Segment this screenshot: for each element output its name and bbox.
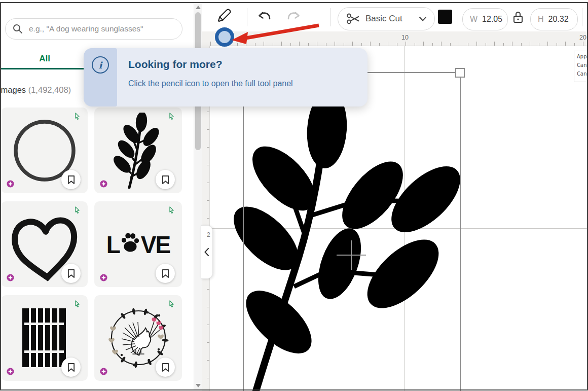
bookmark-button[interactable]: [61, 358, 81, 377]
bookmark-icon: [162, 363, 169, 372]
love-artwork: L VE: [106, 230, 170, 258]
canvas-leaf-branch-image[interactable]: [228, 89, 466, 391]
ruler-tick: [476, 42, 477, 46]
free-cursor-icon: [74, 113, 81, 120]
bookmark-button[interactable]: [61, 170, 81, 189]
image-search-box[interactable]: [5, 18, 182, 40]
cricut-access-icon: [99, 180, 108, 188]
height-field[interactable]: H: [530, 8, 578, 30]
free-cursor-icon: [168, 206, 175, 214]
ruler-tick: [344, 43, 344, 46]
bookmark-icon: [162, 175, 169, 185]
tab-all-underline: [1, 68, 85, 69]
width-input[interactable]: [482, 15, 505, 24]
ruler-tick: [207, 325, 209, 325]
ruler-tick: [335, 42, 335, 46]
image-tile-circle[interactable]: [1, 108, 88, 193]
ruler-tick: [441, 42, 442, 46]
tooltip-title: Looking for more?: [128, 58, 223, 70]
ruler-tick: [459, 42, 459, 46]
operation-label: Basic Cut: [365, 14, 419, 24]
free-cursor-icon: [168, 300, 175, 308]
ruler-tick: [207, 218, 209, 219]
height-label: H: [538, 15, 544, 24]
bookmark-button[interactable]: [156, 264, 175, 283]
free-cursor-icon: [74, 206, 81, 214]
ruler-label-10: 10: [401, 34, 409, 41]
color-swatch[interactable]: [438, 10, 452, 24]
cricut-access-icon: [6, 180, 15, 188]
context-item[interactable]: App: [577, 52, 588, 61]
pallet-artwork: [20, 307, 68, 369]
search-input[interactable]: [28, 24, 182, 34]
selection-right-edge: [460, 72, 461, 391]
image-tile-leaf-branch[interactable]: [94, 108, 182, 193]
ruler-tick: [207, 200, 209, 201]
ruler-label-2: 2: [207, 231, 210, 238]
ruler-tick: [494, 42, 495, 46]
ruler-tick: [388, 42, 388, 46]
ruler-tick: [207, 342, 209, 343]
cricut-access-icon: [99, 273, 108, 282]
lock-ratio-button[interactable]: [512, 10, 525, 24]
scroll-down-icon[interactable]: [196, 384, 201, 387]
ruler-tick: [565, 42, 566, 46]
image-tile-pallet[interactable]: [1, 295, 88, 381]
bookmark-icon: [67, 363, 75, 372]
ruler-tick: [326, 43, 326, 46]
free-cursor-icon: [168, 113, 175, 120]
ruler-tick: [512, 42, 512, 46]
ruler-tick: [583, 42, 583, 46]
chevron-down-icon: [419, 17, 426, 21]
ruler-tick: [406, 42, 406, 46]
ruler-tick: [574, 43, 575, 46]
image-tile-hedgehog-wreath[interactable]: [94, 295, 182, 381]
selection-handle[interactable]: [455, 68, 465, 78]
height-input[interactable]: [548, 15, 572, 24]
image-tile-heart[interactable]: [1, 201, 88, 287]
results-count: Images (1,492,408): [0, 85, 71, 95]
operation-select[interactable]: Basic Cut: [338, 7, 435, 30]
ruler-tick: [539, 43, 539, 46]
bookmark-button[interactable]: [156, 170, 175, 189]
scissors-icon: [346, 12, 360, 25]
ruler-tick: [207, 307, 209, 307]
cricut-access-icon: [6, 367, 15, 376]
context-item[interactable]: Can: [577, 61, 588, 69]
ruler-tick: [207, 289, 209, 290]
window-border-bottom: [0, 389, 588, 390]
red-arrow-annotation: [231, 19, 324, 47]
context-menu-clipped[interactable]: App Can Can: [574, 51, 588, 82]
tab-all[interactable]: All: [27, 54, 62, 64]
bookmark-button[interactable]: [61, 264, 81, 283]
ruler-tick: [521, 43, 522, 46]
ruler-tick: [530, 42, 530, 46]
ruler-tick: [207, 360, 209, 361]
looking-for-more-tooltip: i Looking for more? Click the pencil ico…: [84, 48, 368, 106]
window-border-left: [0, 2, 1, 390]
bookmark-button[interactable]: [156, 358, 175, 377]
ruler-tick: [503, 43, 504, 46]
ruler-tick: [207, 129, 209, 130]
ruler-tick: [210, 42, 211, 46]
search-icon: [13, 24, 23, 34]
ruler-tick: [370, 42, 371, 46]
free-cursor-icon: [74, 300, 81, 308]
ruler-tick: [207, 183, 209, 183]
cricut-access-icon: [99, 367, 108, 376]
ruler-tick: [207, 147, 209, 148]
ruler-tick: [557, 43, 557, 46]
ruler-tick: [361, 43, 362, 46]
width-label: W: [470, 15, 477, 24]
scroll-up-icon[interactable]: [196, 6, 201, 9]
image-tile-love-paw[interactable]: L VE: [94, 201, 182, 287]
bookmark-icon: [162, 269, 169, 278]
context-item[interactable]: Can: [577, 69, 588, 78]
ruler-tick: [379, 43, 380, 46]
bookmark-icon: [67, 269, 75, 278]
bookmark-icon: [67, 175, 75, 185]
ruler-tick: [352, 42, 353, 46]
width-field[interactable]: W: [462, 8, 508, 30]
ruler-label-20: 20: [579, 34, 586, 41]
ruler-tick: [432, 43, 433, 46]
